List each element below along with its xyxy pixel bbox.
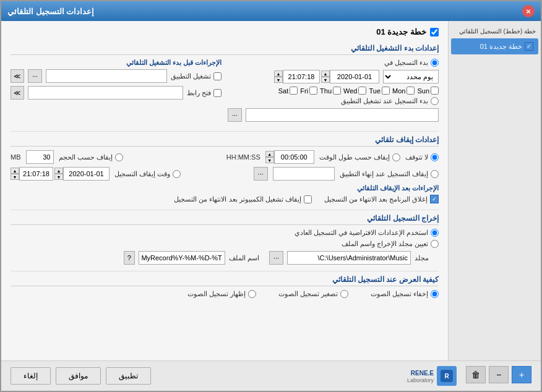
start-time-field[interactable] (283, 70, 320, 83)
stop-at-time-radio-label[interactable]: وقت إيقاف التسجيل (114, 170, 181, 178)
launch-app-field[interactable] (46, 69, 167, 83)
folder-browse-btn[interactable]: ··· (269, 251, 283, 265)
stop-time-down[interactable]: ▼ (11, 174, 19, 180)
open-link-arrow-btn[interactable]: ≫ (11, 86, 24, 100)
tue-label: Tue (369, 87, 381, 95)
start-on-app-row: بدء التسجيل عند تشغيل التطبيق (228, 97, 439, 105)
day-mode-select[interactable]: يوم محدد (383, 70, 439, 83)
launch-app-arrow-btn[interactable]: ≫ (11, 69, 24, 83)
filename-field[interactable] (139, 251, 225, 265)
delete-plan-button[interactable]: 🗑 (466, 366, 486, 383)
sat-label: Sat (278, 87, 289, 95)
stop-duration-radio[interactable] (392, 153, 400, 161)
filename-help-btn[interactable]: ? (124, 251, 135, 265)
start-time-input: ▲ ▼ (274, 70, 320, 83)
stop-on-app-close-radio-label[interactable]: إيقاف التسجيل عند إنهاء التطبيق (340, 170, 439, 178)
start-date-up[interactable]: ▲ (321, 70, 330, 77)
stop-section: إعدادات إيقاف تلقائي لا تتوقف إيقاف حسب … (11, 135, 439, 203)
change-audio-radio[interactable] (340, 290, 348, 298)
sat-checkbox[interactable] (290, 87, 298, 95)
stop-size-radio-label[interactable]: إيقاف حسب الحجم (59, 153, 123, 161)
fri-label: Fri (300, 87, 308, 95)
launch-app-label[interactable]: تشغيل التطبيق (171, 72, 222, 80)
hide-audio-radio[interactable] (431, 290, 439, 298)
close-program-label[interactable]: ✓ إغلاق البرنامج بعد الانتهاء من التسجيل (324, 195, 439, 203)
no-stop-radio[interactable] (431, 153, 439, 161)
stop-time-up[interactable]: ▲ (11, 168, 19, 174)
stop-size-radio[interactable] (115, 153, 123, 161)
start-right-col: الإجراءات قبل بدء التشغيل التلقائي تشغيل… (11, 59, 222, 103)
stop-at-time-radio[interactable] (173, 170, 181, 178)
start-time-up[interactable]: ▲ (274, 70, 283, 77)
start-on-app-radio[interactable] (431, 97, 439, 105)
output-section-title: إخراج التسجيل التلقائي (11, 214, 439, 225)
stop-row1: لا تتوقف إيقاف حسب طول الوقت ▲ ▼ (11, 150, 439, 164)
use-default-row: استخدم الإعدادات الافتراضية في التسجيل ا… (11, 229, 439, 237)
start-at-radio[interactable] (431, 59, 439, 67)
add-plan-button[interactable]: + (512, 366, 531, 383)
stop-duration-radio-label[interactable]: إيقاف حسب طول الوقت (319, 153, 400, 161)
folder-row: مجلد ··· اسم الملف ? (11, 251, 429, 265)
hide-audio-radio-label[interactable]: إخفاء تسجيل الصوت (371, 290, 439, 298)
stop-duration-down[interactable]: ▼ (265, 157, 274, 163)
shutdown-checkbox[interactable] (304, 195, 312, 203)
apply-button[interactable]: تطبيق (106, 367, 151, 385)
start-date-field[interactable] (330, 70, 379, 83)
delete-icon: 🗑 (471, 370, 480, 380)
mon-checkbox[interactable] (406, 87, 415, 95)
after-stop-actions-row: ✓ إغلاق البرنامج بعد الانتهاء من التسجيل… (11, 195, 439, 203)
main-dialog: × إعدادات التسجيل التلقائي خطة (خطط) الت… (0, 0, 542, 392)
stop-on-app-field[interactable] (273, 167, 335, 181)
no-stop-radio-label[interactable]: لا تتوقف (405, 153, 439, 161)
plan-enabled-checkbox[interactable] (430, 28, 439, 36)
start-on-app-radio-label[interactable]: بدء التسجيل عند تشغيل التطبيق (341, 97, 439, 105)
close-button[interactable]: × (522, 5, 535, 17)
open-link-label[interactable]: فتح رابط (187, 89, 222, 97)
stop-date-down[interactable]: ▼ (54, 174, 63, 180)
wed-checkbox[interactable] (358, 87, 366, 95)
launch-app-checkbox[interactable] (213, 72, 222, 80)
ok-button[interactable]: موافق (56, 367, 101, 385)
start-at-radio-label[interactable]: بدء التسجيل في (384, 59, 439, 67)
change-audio-radio-label[interactable]: تصغير تسجيل الصوت (278, 290, 348, 298)
day-wed: Wed (343, 87, 366, 95)
show-audio-radio[interactable] (248, 290, 256, 298)
stop-date-up[interactable]: ▲ (54, 168, 63, 174)
shutdown-label[interactable]: إيقاف تشغيل الكمبيوتر بعد الانتهاء من ال… (174, 195, 311, 203)
start-on-app-browse-btn[interactable]: ··· (228, 108, 242, 122)
plan-name-label: خطة جديدة 01 (376, 27, 426, 36)
thu-checkbox[interactable] (333, 87, 341, 95)
fri-checkbox[interactable] (309, 87, 317, 95)
day-sun: Sun (417, 87, 439, 95)
open-link-checkbox[interactable] (213, 89, 222, 97)
stop-date-field[interactable] (63, 167, 110, 181)
show-audio-radio-label[interactable]: إظهار تسجيل الصوت (187, 290, 256, 298)
start-on-app-field[interactable] (246, 108, 439, 122)
stop-on-app-browse-btn[interactable]: ··· (254, 167, 268, 181)
sidebar-item-plans[interactable]: خطة (خطط) التسجيل التلقائي (449, 24, 541, 38)
filename-label: اسم الملف (229, 254, 259, 262)
stop-right2: وقت إيقاف التسجيل ▲ ▼ (11, 167, 181, 181)
plan1-check-icon: ✓ (525, 42, 533, 51)
use-default-radio-label[interactable]: استخدم الإعدادات الافتراضية في التسجيل ا… (295, 229, 439, 237)
remove-plan-button[interactable]: − (489, 366, 509, 383)
specify-folder-radio-label[interactable]: تعيين مجلد الإخراج واسم الملف (342, 240, 439, 248)
stop-on-app-close-radio[interactable] (431, 170, 439, 178)
start-time-down[interactable]: ▼ (274, 77, 283, 83)
stop-duration-field[interactable] (274, 150, 314, 164)
sidebar-item-plan1[interactable]: ✓ خطة جديدة 01 (451, 38, 538, 54)
start-date-down[interactable]: ▼ (321, 77, 330, 83)
launch-app-row: تشغيل التطبيق ··· ≫ (11, 69, 222, 83)
sun-checkbox[interactable] (431, 87, 439, 95)
stop-time-field[interactable] (19, 167, 53, 181)
specify-folder-radio[interactable] (431, 240, 439, 248)
cancel-button[interactable]: إلغاء (11, 367, 51, 385)
launch-app-browse-btn[interactable]: ··· (28, 69, 42, 83)
open-link-field[interactable] (28, 86, 183, 100)
stop-size-field[interactable] (26, 150, 54, 164)
stop-duration-up[interactable]: ▲ (265, 151, 274, 157)
plan-header: خطة جديدة 01 (11, 27, 439, 36)
tue-checkbox[interactable] (382, 87, 390, 95)
folder-field[interactable] (287, 251, 411, 265)
use-default-radio[interactable] (431, 229, 439, 237)
